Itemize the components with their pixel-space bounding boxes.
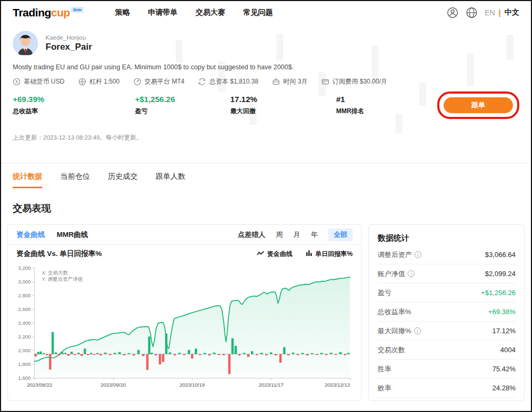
stat-max-drawdown-label: 最大回撤	[230, 107, 336, 116]
filter-month[interactable]: 月	[293, 230, 300, 240]
stats-row-value: $3,066.64	[485, 251, 516, 259]
last-update-text: 上次更新：2023-12-13 08:23:49。每小时更新。	[13, 134, 519, 163]
tab-statistics[interactable]: 统计数据	[13, 172, 42, 188]
profile-names: Kaede_Honjou Forex_Pair	[46, 34, 92, 52]
meta-subscription: 订阅费用 $30.00/月	[321, 77, 387, 86]
stat-pnl-label: 盈亏	[135, 107, 230, 116]
info-icon[interactable]: i	[408, 270, 414, 277]
svg-text:2023/12/13: 2023/12/13	[324, 382, 350, 388]
stats-row-label: 总收益率%	[377, 307, 411, 317]
follow-button[interactable]: 跟单	[444, 97, 513, 113]
chart-tab-equity-curve[interactable]: 资金曲线	[16, 230, 45, 240]
tab-current-positions[interactable]: 当前仓位	[60, 172, 90, 188]
lang-zh[interactable]: 中文	[504, 8, 519, 17]
meta-platform-text: 交易平台 MT4	[145, 77, 184, 86]
user-account-icon[interactable]	[447, 7, 458, 19]
tab-trade-history[interactable]: 历史成交	[108, 172, 138, 188]
time-icon	[272, 78, 280, 86]
svg-text:3,200: 3,200	[18, 265, 31, 271]
stat-max-drawdown: 17.12% 最大回撤	[230, 95, 336, 116]
nav-item-faq[interactable]: 常见问题	[244, 8, 273, 17]
stats-row: 总收益率%+69.38%	[377, 303, 516, 322]
line-series-icon	[257, 250, 264, 258]
topbar-right: EN | 中文	[447, 7, 519, 19]
lang-en[interactable]: EN	[485, 8, 495, 17]
legend-equity-curve-label: 资金曲线	[267, 250, 292, 259]
svg-text:1,800: 1,800	[18, 361, 31, 367]
stat-mmr-rank: #1 MMR排名	[336, 95, 442, 116]
info-icon[interactable]: i	[414, 327, 421, 334]
section-title-trading-performance: 交易表现	[1, 188, 531, 215]
stats-row-value: 24.28%	[492, 384, 516, 392]
follow-button-highlight-box: 跟单	[437, 91, 519, 119]
stat-total-return-label: 总收益率	[13, 107, 135, 116]
stats-row-label: 胜率	[377, 364, 391, 374]
stats-row-value: 75.42%	[492, 365, 516, 373]
svg-text:2023/09/20: 2023/09/20	[101, 382, 126, 388]
stats-row-value: $2,099.24	[485, 270, 516, 278]
strategy-description: Mostly trading EU and GU pair using EA. …	[13, 63, 519, 71]
language-switcher: EN | 中文	[485, 8, 519, 17]
chart-tab-mmr-curve[interactable]: MMR曲线	[57, 230, 88, 240]
nav-item-apply-lead[interactable]: 申请带单	[148, 8, 178, 17]
base-currency-icon: $	[13, 78, 21, 86]
leverage-icon	[78, 78, 86, 86]
logo[interactable]: Tradingcup Beta	[13, 6, 84, 19]
stats-row-label: 败率	[377, 383, 391, 393]
nav-item-competition[interactable]: 交易大赛	[196, 8, 226, 17]
filter-spread-hunter[interactable]: 点差猎人	[238, 230, 265, 240]
equity-vs-daily-return-chart[interactable]: 1,6001,8002,0002,2002,4002,6002,8003,000…	[13, 264, 355, 396]
svg-text:1,600: 1,600	[18, 375, 31, 381]
bar-series-icon	[306, 250, 312, 258]
chart-subheader: 资金曲线 Vs. 单日回报率% 资金曲线 单日回报率%	[8, 245, 361, 263]
stats-row-label: 调整后资产i	[377, 250, 421, 260]
nav-item-strategy[interactable]: 策略	[115, 8, 130, 17]
stats-row: 盈亏+$1,256.26	[377, 283, 516, 303]
meta-capital-text: 总资本 $1,810.38	[209, 77, 258, 86]
platform-icon	[133, 78, 141, 86]
tab-copiers[interactable]: 跟单人数	[156, 172, 185, 188]
meta-leverage: 杠杆 1:500	[78, 77, 120, 86]
stats-panel-title: 数据统计	[377, 233, 516, 243]
legend-equity-curve: 资金曲线	[257, 250, 292, 259]
meta-subscription-text: 订阅费用 $30.00/月	[332, 77, 387, 86]
main-nav: 策略 申请带单 交易大赛 常见问题	[115, 8, 273, 17]
account-meta-row: $ 基础货币 USD 杠杆 1:500 交易平台 MT4 总资本 $1,810.…	[13, 77, 519, 86]
svg-text:2,600: 2,600	[18, 306, 31, 312]
page-tabs: 统计数据 当前仓位 历史成交 跟单人数	[1, 163, 531, 188]
stats-row: 账户净值i$2,099.24	[377, 264, 516, 283]
stats-panel-rows: 调整后资产i$3,066.64账户净值i$2,099.24盈亏+$1,256.2…	[377, 245, 516, 401]
svg-text:2023/11/17: 2023/11/17	[259, 382, 284, 388]
stats-row-label: 盈亏	[377, 288, 391, 298]
meta-time: 时间 3月	[272, 77, 308, 86]
svg-text:X: 交易天数: X: 交易天数	[42, 270, 68, 276]
filter-week[interactable]: 周	[276, 230, 283, 240]
stat-total-return-value: +69.39%	[13, 95, 135, 104]
svg-text:2,400: 2,400	[18, 320, 31, 326]
key-stats-row: +69.39% 总收益率 +$1,256.26 盈亏 17.12% 最大回撤 #…	[13, 95, 519, 125]
strategy-name: Forex_Pair	[46, 42, 92, 52]
svg-text:2023/10/19: 2023/10/19	[179, 382, 205, 388]
filter-all[interactable]: 全部	[328, 228, 353, 241]
stats-row: 期望i+$0.31	[377, 398, 516, 401]
svg-text:Y: 调整后资产净值: Y: 调整后资产净值	[42, 276, 83, 282]
filter-year[interactable]: 年	[311, 230, 318, 240]
globe-icon[interactable]	[466, 7, 477, 19]
chart-body: 1,6001,8002,0002,2002,4002,6002,8003,000…	[8, 263, 361, 398]
meta-base-currency: $ 基础货币 USD	[13, 77, 65, 86]
svg-text:2,000: 2,000	[18, 347, 31, 353]
username: Kaede_Honjou	[46, 34, 92, 41]
stat-total-return: +69.39% 总收益率	[13, 95, 135, 116]
chart-title: 资金曲线 Vs. 单日回报率%	[16, 249, 102, 259]
svg-text:2,800: 2,800	[18, 292, 31, 298]
equity-chart-card: 资金曲线 MMR曲线 点差猎人 周 月 年 全部 资金曲线 Vs. 单日回报率%…	[7, 224, 362, 401]
main-content: 资金曲线 MMR曲线 点差猎人 周 月 年 全部 资金曲线 Vs. 单日回报率%…	[1, 215, 531, 401]
chart-tabs: 资金曲线 MMR曲线	[16, 230, 88, 240]
info-icon[interactable]: i	[414, 251, 421, 258]
stats-row: 交易次数4004	[377, 341, 516, 360]
stats-row-label: 最大回撤%i	[377, 326, 421, 336]
meta-base-currency-text: 基础货币 USD	[24, 77, 65, 86]
stat-pnl-value: +$1,256.26	[135, 95, 230, 104]
page: Tradingcup Beta 策略 申请带单 交易大赛 常见问题 EN | 中…	[0, 0, 532, 412]
stats-row: 最大回撤%i17.12%	[377, 322, 516, 341]
